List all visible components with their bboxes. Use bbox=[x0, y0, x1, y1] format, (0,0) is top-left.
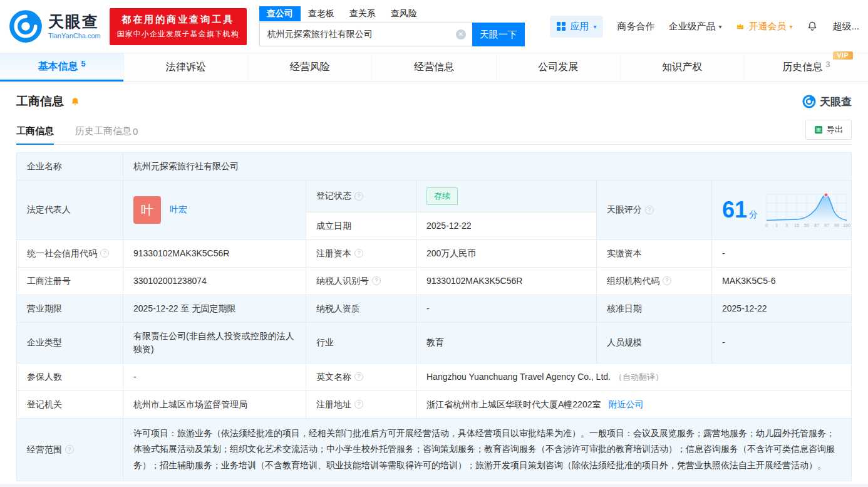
apps-menu[interactable]: 应用 ▾ bbox=[550, 16, 603, 38]
legal-rep-name-link[interactable]: 叶宏 bbox=[170, 203, 187, 216]
score-distribution-chart: 0 1 3 15 50 87 97 99 100 bbox=[763, 191, 850, 229]
promo-line2: 国家中小企业发展子基金旗下机构 bbox=[117, 29, 239, 39]
tab-company-development[interactable]: 公司发展 bbox=[496, 53, 620, 81]
help-icon[interactable]: ? bbox=[354, 400, 363, 409]
tianyan-score-value: 61分 bbox=[722, 199, 758, 221]
chevron-down-icon: ▾ bbox=[718, 23, 721, 30]
search-tabs: 查公司 查老板 查关系 查风险 bbox=[259, 6, 525, 21]
promo-badge: 都在用的商业查询工具 国家中小企业发展子基金旗下机构 bbox=[110, 8, 247, 45]
help-icon[interactable]: ? bbox=[663, 276, 671, 285]
row-reg-authority: 登记机关 杭州市上城区市场监督管理局 注册地址? 浙江省杭州市上城区华联时代大厦… bbox=[17, 390, 852, 418]
search-input[interactable] bbox=[259, 23, 472, 46]
export-button[interactable]: 导出 bbox=[805, 120, 852, 140]
tianyancha-watermark: 天眼查 bbox=[802, 95, 852, 109]
insured-value: - bbox=[123, 363, 306, 390]
status-badge: 存续 bbox=[426, 187, 458, 205]
approval-date-value: 2025-12-22 bbox=[712, 295, 852, 322]
tianyancha-logo[interactable]: 天眼查 TianYanCha.com bbox=[9, 9, 101, 43]
alert-bell-icon[interactable] bbox=[70, 97, 81, 108]
company-name-value: 杭州元探索旅行社有限公司 bbox=[123, 153, 852, 181]
logo-text-block: 天眼查 TianYanCha.com bbox=[48, 14, 101, 39]
english-name-label: 英文名称? bbox=[306, 363, 416, 390]
row-company-type: 企业类型 有限责任公司(非自然人投资或控股的法人独资) 行业 教育 人员规模 - bbox=[17, 322, 852, 363]
svg-text:100: 100 bbox=[843, 223, 850, 228]
search-tab-risk[interactable]: 查风险 bbox=[383, 6, 425, 21]
help-icon[interactable]: ? bbox=[354, 372, 363, 381]
help-icon[interactable]: ? bbox=[645, 206, 654, 214]
top-header: 天眼查 TianYanCha.com 都在用的商业查询工具 国家中小企业发展子基… bbox=[0, 0, 868, 53]
vip-upgrade-menu[interactable]: 开通会员 ▾ bbox=[735, 21, 792, 33]
super-vip-link[interactable]: 超级... bbox=[832, 21, 859, 33]
subtab-history-business-info[interactable]: 历史工商信息0 bbox=[75, 118, 138, 144]
legal-rep-avatar[interactable]: 叶 bbox=[133, 196, 161, 224]
approval-date-label: 核准日期 bbox=[597, 295, 712, 322]
apps-grid-icon bbox=[557, 22, 566, 31]
tab-history-info[interactable]: 历史信息3 VIP bbox=[744, 53, 868, 81]
chevron-down-icon: ▾ bbox=[593, 23, 596, 30]
row-insured: 参保人数 - 英文名称? Hangzhou Yuanchuang Travel … bbox=[17, 363, 852, 390]
search-tab-relations[interactable]: 查关系 bbox=[342, 6, 383, 21]
reg-number-value: 330102001238074 bbox=[123, 267, 306, 295]
paid-capital-label: 实缴资本 bbox=[597, 239, 712, 267]
row-legal-rep: 法定代表人 叶 叶宏 登记状态? 存续 天眼评分? 61分 bbox=[17, 181, 852, 212]
business-term-value: 2025-12-22 至 无固定期限 bbox=[123, 295, 306, 322]
insured-label: 参保人数 bbox=[17, 363, 123, 390]
staff-size-label: 人员规模 bbox=[597, 322, 712, 363]
help-icon[interactable]: ? bbox=[354, 192, 363, 201]
svg-text:97: 97 bbox=[824, 223, 829, 228]
industry-value: 教育 bbox=[416, 322, 597, 363]
org-code-value: MAK3K5C5-6 bbox=[712, 267, 852, 295]
nearby-companies-link[interactable]: 附近公司 bbox=[608, 399, 643, 409]
chevron-down-icon: ▾ bbox=[789, 23, 792, 30]
tab-basic-info[interactable]: 基本信息5 bbox=[0, 53, 123, 81]
search-tab-company[interactable]: 查公司 bbox=[259, 6, 301, 21]
tab-intellectual-property[interactable]: 知识产权 bbox=[620, 53, 744, 81]
company-type-value: 有限责任公司(非自然人投资或控股的法人独资) bbox=[123, 322, 306, 363]
clear-search-icon[interactable]: ✕ bbox=[456, 29, 466, 39]
establish-date-label: 成立日期 bbox=[306, 212, 416, 239]
help-icon[interactable]: ? bbox=[372, 276, 381, 285]
reg-authority-label: 登记机关 bbox=[17, 390, 123, 418]
crown-icon bbox=[735, 21, 745, 31]
reg-address-label: 注册地址? bbox=[306, 390, 416, 418]
subtab-business-info[interactable]: 工商信息 bbox=[16, 118, 54, 144]
credit-code-label: 统一社会信用代码? bbox=[17, 239, 123, 267]
section-header: 工商信息 天眼查 bbox=[16, 93, 852, 110]
industry-label: 行业 bbox=[306, 322, 416, 363]
taxpayer-id-label: 纳税人识别号? bbox=[306, 267, 416, 295]
notification-bell-icon[interactable] bbox=[806, 20, 819, 33]
reg-capital-label: 注册资本? bbox=[306, 239, 416, 267]
svg-text:0: 0 bbox=[765, 223, 768, 228]
row-company-name: 企业名称 杭州元探索旅行社有限公司 bbox=[17, 153, 852, 181]
enterprise-products-menu[interactable]: 企业级产品 ▾ bbox=[668, 21, 721, 33]
row-business-term: 营业期限 2025-12-22 至 无固定期限 纳税人资质 - 核准日期 202… bbox=[17, 295, 852, 322]
help-icon[interactable]: ? bbox=[65, 445, 74, 454]
promo-line1: 都在用的商业查询工具 bbox=[117, 14, 239, 26]
taxpayer-quality-value: - bbox=[416, 295, 597, 322]
search-tab-boss[interactable]: 查老板 bbox=[301, 6, 342, 21]
score-cell: 61分 bbox=[712, 181, 852, 240]
section-title: 工商信息 bbox=[16, 93, 64, 110]
tab-legal-litigation[interactable]: 法律诉讼 bbox=[123, 53, 247, 81]
tab-count-badge: 3 bbox=[825, 60, 830, 69]
top-right-nav: 应用 ▾ 商务合作 企业级产品 ▾ 开通会员 ▾ 超级... bbox=[550, 16, 859, 38]
help-icon[interactable]: ? bbox=[354, 249, 363, 258]
credit-code-value: 91330102MAK3K5C56R bbox=[123, 239, 306, 267]
paid-capital-value: - bbox=[712, 239, 852, 267]
excel-export-icon bbox=[814, 125, 823, 134]
business-cooperation-link[interactable]: 商务合作 bbox=[617, 21, 654, 33]
svg-text:50: 50 bbox=[804, 223, 809, 228]
tab-operating-info[interactable]: 经营信息 bbox=[371, 53, 495, 81]
help-icon[interactable]: ? bbox=[100, 249, 109, 258]
score-marker-dot bbox=[824, 193, 828, 197]
english-name-value: Hangzhou Yuanchuang Travel Agency Co., L… bbox=[416, 363, 852, 390]
logo-domain: TianYanCha.com bbox=[48, 32, 101, 39]
org-code-label: 组织机构代码? bbox=[597, 267, 712, 295]
legal-rep-label: 法定代表人 bbox=[17, 181, 123, 240]
search-button[interactable]: 天眼一下 bbox=[472, 23, 525, 46]
svg-text:1: 1 bbox=[775, 223, 778, 228]
tab-operating-risk[interactable]: 经营风险 bbox=[247, 53, 371, 81]
score-label: 天眼评分? bbox=[597, 181, 712, 240]
reg-address-value: 浙江省杭州市上城区华联时代大厦A幢2202室附近公司 bbox=[416, 390, 852, 418]
tianyancha-eye-icon bbox=[802, 95, 816, 108]
